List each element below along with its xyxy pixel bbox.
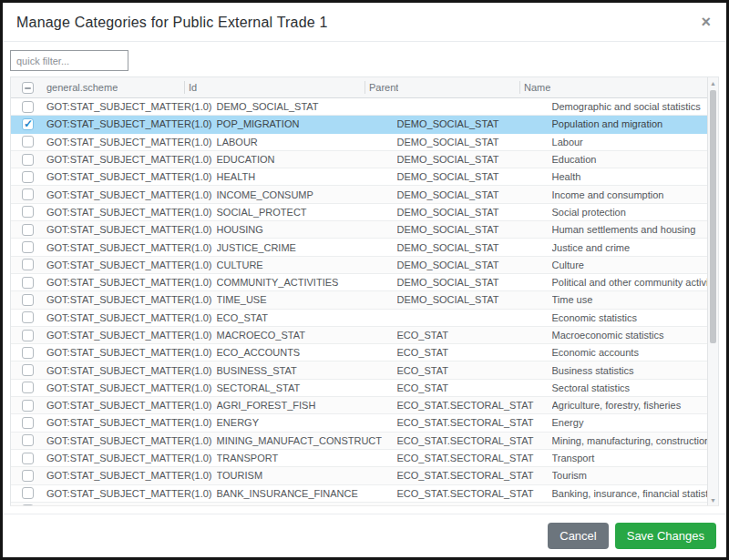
table-row[interactable]: GOT:STAT_SUBJECT_MATTER(1.0) MACROECO_ST… <box>11 327 718 344</box>
cell-name: Sectoral statistics <box>548 382 718 393</box>
cell-id: DEMO_SOCIAL_STAT <box>212 101 393 112</box>
table-row[interactable]: GOT:STAT_SUBJECT_MATTER(1.0) ENERGY ECO_… <box>11 414 718 432</box>
row-checkbox[interactable] <box>22 347 34 359</box>
cancel-button[interactable]: Cancel <box>548 523 608 549</box>
table-row[interactable]: GOT:STAT_SUBJECT_MATTER(1.0) SOCIAL_PROT… <box>11 204 718 221</box>
table-row[interactable]: GOT:STAT_SUBJECT_MATTER(1.0) CULTURE DEM… <box>11 257 718 274</box>
row-checkbox[interactable] <box>22 206 34 218</box>
scroll-down-icon[interactable]: ▼ <box>708 494 718 505</box>
column-separator <box>364 81 365 94</box>
row-checkbox[interactable] <box>22 330 34 341</box>
cell-name: Energy <box>548 417 718 428</box>
table-row[interactable]: GOT:STAT_SUBJECT_MATTER(1.0) BANK_INSURA… <box>11 485 718 503</box>
cell-name: Labour <box>548 137 718 148</box>
table-row[interactable]: GOT:STAT_SUBJECT_MATTER(1.0) SECTORAL_ST… <box>11 380 718 397</box>
cell-name: Justice and crime <box>548 242 718 253</box>
cell-id: COMMUNITY_ACTIVITIES <box>212 277 393 288</box>
cell-parent: ECO_STAT <box>393 382 548 393</box>
row-checkbox-cell <box>11 382 45 393</box>
table-row[interactable]: GOT:STAT_SUBJECT_MATTER(1.0) DEMO_SOCIAL… <box>11 98 718 116</box>
row-checkbox[interactable] <box>22 277 34 289</box>
cell-scheme: GOT:STAT_SUBJECT_MATTER(1.0) <box>45 260 212 270</box>
cell-name: Macroeconomic statistics <box>548 330 718 341</box>
row-checkbox[interactable] <box>22 364 34 376</box>
cell-parent: DEMO_SOCIAL_STAT <box>393 224 548 235</box>
close-icon[interactable]: × <box>699 15 713 28</box>
select-all-checkbox[interactable] <box>22 82 34 94</box>
row-checkbox-cell <box>11 101 45 113</box>
column-header-name[interactable]: Name <box>519 77 718 97</box>
row-checkbox[interactable] <box>22 101 34 113</box>
table-row[interactable]: GOT:STAT_SUBJECT_MATTER(1.0) ECO_STAT Ec… <box>11 310 718 327</box>
table-row[interactable]: GOT:STAT_SUBJECT_MATTER(1.0) HOUSING DEM… <box>11 221 718 239</box>
cell-id: ECO_ACCOUNTS <box>212 347 393 358</box>
row-checkbox[interactable] <box>22 470 34 482</box>
row-checkbox-cell <box>11 188 45 200</box>
row-checkbox[interactable] <box>22 294 34 306</box>
scroll-up-icon[interactable]: ▲ <box>708 77 718 88</box>
table-row[interactable]: GOT:STAT_SUBJECT_MATTER(1.0) JUSTICE_CRI… <box>11 239 718 256</box>
manage-categories-modal: Manage Categories for Public External Tr… <box>0 0 729 560</box>
row-checkbox[interactable] <box>22 453 34 464</box>
table-row[interactable]: GOT:STAT_SUBJECT_MATTER(1.0) AGRI_FOREST… <box>11 397 718 414</box>
table-row[interactable]: GOT:STAT_SUBJECT_MATTER(1.0) MINING_MANU… <box>11 433 718 450</box>
row-checkbox[interactable] <box>22 241 34 253</box>
row-checkbox-cell <box>11 311 45 323</box>
row-checkbox[interactable] <box>22 136 34 148</box>
table-row[interactable]: GOT:STAT_SUBJECT_MATTER(1.0) POP_MIGRATI… <box>11 116 718 133</box>
row-checkbox-cell <box>11 417 45 429</box>
row-checkbox-cell <box>11 241 45 253</box>
row-checkbox-cell <box>11 487 45 499</box>
modal-header: Manage Categories for Public External Tr… <box>3 3 726 42</box>
table-row[interactable]: GOT:STAT_SUBJECT_MATTER(1.0) COMMUNITY_A… <box>11 274 718 291</box>
row-checkbox[interactable] <box>22 224 34 236</box>
cell-id: ECO_STAT <box>212 312 393 323</box>
vertical-scrollbar[interactable]: ▲ ▼ <box>707 77 718 505</box>
row-checkbox-cell <box>11 470 45 482</box>
cell-scheme: GOT:STAT_SUBJECT_MATTER(1.0) <box>45 453 212 463</box>
table-row[interactable]: GOT:STAT_SUBJECT_MATTER(1.0) BUSINESS_ST… <box>11 361 718 379</box>
grid-viewport: GOT:STAT_SUBJECT_MATTER(1.0) DEMO_SOCIAL… <box>11 98 718 505</box>
table-row[interactable]: GOT:STAT_SUBJECT_MATTER(1.0) EDUCATION D… <box>11 151 718 168</box>
row-checkbox[interactable] <box>22 118 34 130</box>
table-row[interactable]: GOT:STAT_SUBJECT_MATTER(1.0) TRANSPORT E… <box>11 450 718 467</box>
table-row[interactable]: GOT:STAT_SUBJECT_MATTER(1.0) ECO_ACCOUNT… <box>11 344 718 361</box>
cell-scheme: GOT:STAT_SUBJECT_MATTER(1.0) <box>45 118 212 129</box>
row-checkbox[interactable] <box>22 487 34 499</box>
row-checkbox[interactable] <box>22 417 34 429</box>
row-checkbox[interactable] <box>22 188 34 200</box>
cell-scheme: GOT:STAT_SUBJECT_MATTER(1.0) <box>45 417 212 428</box>
row-checkbox[interactable] <box>22 434 34 446</box>
row-checkbox[interactable] <box>22 400 34 412</box>
row-checkbox[interactable] <box>22 504 34 505</box>
row-checkbox[interactable] <box>22 171 34 183</box>
row-checkbox[interactable] <box>22 311 34 323</box>
cell-parent: DEMO_SOCIAL_STAT <box>393 207 548 218</box>
table-row[interactable]: GOT:STAT_SUBJECT_MATTER(1.0) INCOME_CONS… <box>11 186 718 203</box>
cell-name: Time use <box>548 294 718 305</box>
table-row[interactable]: GOT:STAT_SUBJECT_MATTER(1.0) TIME_USE DE… <box>11 291 718 309</box>
column-header-parent[interactable]: Parent <box>364 77 519 97</box>
column-separator <box>184 81 185 94</box>
cell-name: Health <box>548 171 718 182</box>
quick-filter-input[interactable] <box>10 50 128 71</box>
table-row[interactable]: GOT:STAT_SUBJECT_MATTER(1.0) GOV_FINANCE… <box>11 503 718 505</box>
table-row[interactable]: GOT:STAT_SUBJECT_MATTER(1.0) LABOUR DEMO… <box>11 134 718 151</box>
row-checkbox[interactable] <box>22 382 34 393</box>
cell-name: Banking, insurance, financial statistics <box>548 488 718 499</box>
scrollbar-thumb[interactable] <box>710 90 716 343</box>
scrollbar-track[interactable] <box>708 88 718 494</box>
row-checkbox[interactable] <box>22 259 34 270</box>
categories-grid: general.scheme Id Parent Name GOT:STAT <box>10 76 719 506</box>
cell-name: Transport <box>548 453 718 463</box>
save-changes-button[interactable]: Save Changes <box>615 523 716 549</box>
cell-scheme: GOT:STAT_SUBJECT_MATTER(1.0) <box>45 488 212 499</box>
column-header-scheme[interactable]: general.scheme <box>45 77 184 97</box>
cell-scheme: GOT:STAT_SUBJECT_MATTER(1.0) <box>45 277 212 288</box>
row-checkbox[interactable] <box>22 154 34 166</box>
column-header-id[interactable]: Id <box>184 77 364 97</box>
cell-name: Social protection <box>548 207 718 218</box>
cell-name: Income and consumption <box>548 189 718 200</box>
table-row[interactable]: GOT:STAT_SUBJECT_MATTER(1.0) HEALTH DEMO… <box>11 168 718 186</box>
table-row[interactable]: GOT:STAT_SUBJECT_MATTER(1.0) TOURISM ECO… <box>11 467 718 484</box>
